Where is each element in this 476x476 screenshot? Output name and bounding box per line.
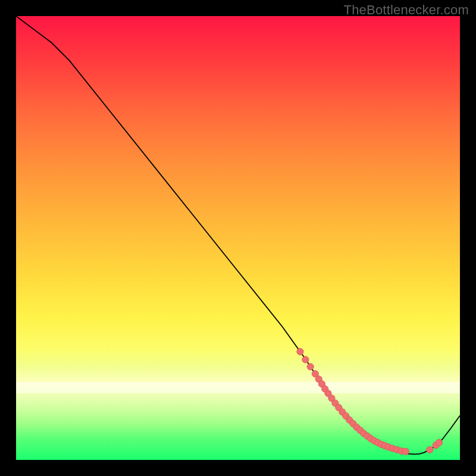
- curve-marker: [427, 446, 433, 453]
- curve-markers: [297, 348, 443, 455]
- plot-area: [16, 16, 460, 460]
- curve-marker: [402, 448, 409, 455]
- watermark-text: TheBottlenecker.com: [344, 2, 469, 18]
- curve-marker: [302, 356, 309, 363]
- curve-marker: [297, 348, 303, 355]
- chart-svg: [16, 16, 460, 460]
- bottleneck-curve: [16, 16, 460, 454]
- curve-marker: [307, 364, 314, 370]
- curve-marker: [436, 439, 442, 446]
- chart-frame: TheBottlenecker.com: [0, 0, 476, 476]
